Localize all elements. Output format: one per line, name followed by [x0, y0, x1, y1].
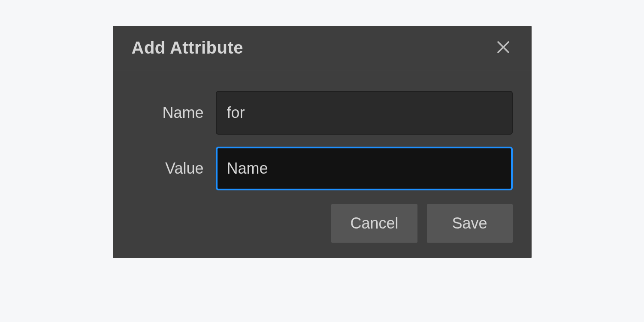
cancel-button[interactable]: Cancel	[331, 204, 417, 243]
name-input[interactable]	[216, 91, 513, 135]
dialog-header: Add Attribute	[113, 26, 532, 70]
dialog-footer: Cancel Save	[132, 202, 513, 243]
dialog-title: Add Attribute	[132, 38, 244, 57]
name-label: Name	[132, 104, 216, 122]
add-attribute-dialog: Add Attribute Name Value Cancel Sav	[113, 26, 532, 258]
value-input-wrap	[216, 147, 513, 190]
value-input[interactable]	[216, 147, 513, 190]
dialog-body: Name Value Cancel Save	[113, 70, 532, 258]
save-button[interactable]: Save	[427, 204, 513, 243]
close-icon	[496, 39, 511, 56]
name-row: Name	[132, 91, 513, 135]
value-row: Value	[132, 147, 513, 190]
value-label: Value	[132, 159, 216, 178]
close-button[interactable]	[494, 38, 513, 58]
name-input-wrap	[216, 91, 513, 135]
